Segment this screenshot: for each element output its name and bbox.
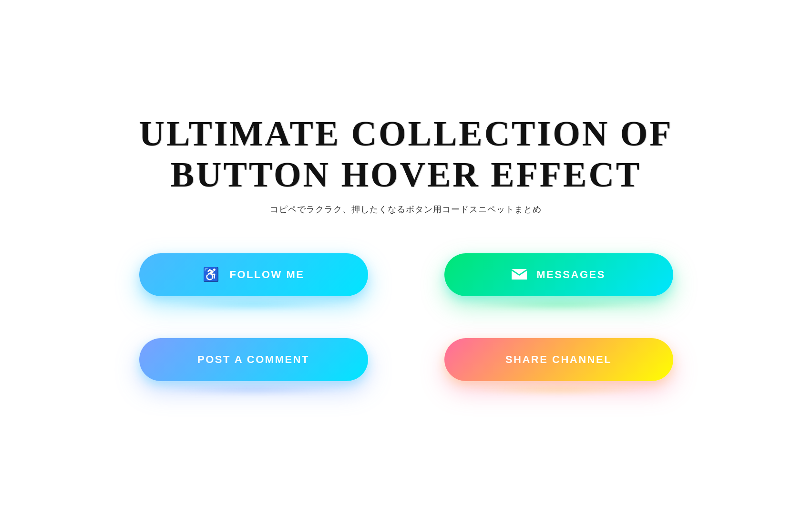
post-comment-button[interactable]: POST A COMMENT [139, 338, 368, 381]
post-comment-label: POST A COMMENT [197, 353, 309, 366]
follow-me-label: FOLLOW ME [230, 269, 305, 281]
messages-button[interactable]: MESSAGES [444, 253, 673, 296]
main-title: ULTIMATE COLLECTION OF BUTTON HOVER EFFE… [139, 114, 673, 195]
follow-glow [163, 300, 344, 310]
subtitle: コピペでラクラク、押したくなるボタン用コードスニペットまとめ [139, 204, 673, 215]
share-channel-button[interactable]: SHARE CHANNEL [444, 338, 673, 381]
follow-me-wrapper: FOLLOW ME [139, 253, 368, 310]
share-channel-label: SHARE CHANNEL [505, 353, 612, 366]
share-glow [468, 385, 649, 394]
messages-label: MESSAGES [536, 269, 606, 281]
messages-wrapper: MESSAGES [444, 253, 673, 310]
envelope-icon [512, 269, 527, 280]
share-channel-wrapper: SHARE CHANNEL [444, 338, 673, 394]
title-block: ULTIMATE COLLECTION OF BUTTON HOVER EFFE… [139, 114, 673, 215]
post-comment-wrapper: POST A COMMENT [139, 338, 368, 394]
buttons-grid: FOLLOW ME MESSAGES POST A COMMENT [139, 253, 673, 394]
messages-glow [468, 300, 649, 310]
wheelchair-icon [203, 268, 220, 281]
page-container: ULTIMATE COLLECTION OF BUTTON HOVER EFFE… [0, 0, 812, 508]
title-line-1: ULTIMATE COLLECTION OF [139, 114, 673, 153]
post-glow [163, 385, 344, 394]
title-line-2: BUTTON HOVER EFFECT [171, 155, 641, 194]
follow-me-button[interactable]: FOLLOW ME [139, 253, 368, 296]
